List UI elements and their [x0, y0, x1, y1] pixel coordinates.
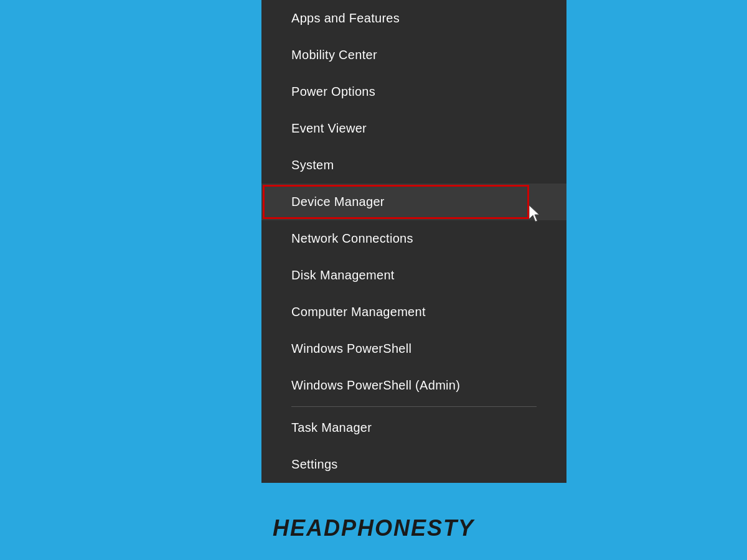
menu-item-windows-powershell-admin[interactable]: Windows PowerShell (Admin) [261, 367, 566, 404]
menu-item-label: Apps and Features [291, 11, 400, 25]
menu-item-label: Computer Management [291, 305, 426, 319]
menu-item-network-connections[interactable]: Network Connections [261, 220, 566, 257]
menu-item-label: Task Manager [291, 421, 372, 434]
menu-item-disk-management[interactable]: Disk Management [261, 257, 566, 294]
menu-item-label: Mobility Center [291, 48, 377, 62]
svg-marker-0 [529, 205, 539, 222]
menu-item-device-manager[interactable]: Device Manager [261, 184, 566, 220]
context-menu: Apps and Features Mobility Center Power … [261, 0, 566, 483]
menu-item-label: System [291, 158, 334, 172]
menu-item-label: Windows PowerShell (Admin) [291, 378, 460, 392]
menu-item-settings[interactable]: Settings [261, 446, 566, 483]
menu-item-event-viewer[interactable]: Event Viewer [261, 110, 566, 147]
menu-item-label: Power Options [291, 85, 375, 98]
menu-item-label: Device Manager [291, 195, 385, 208]
menu-item-task-manager[interactable]: Task Manager [261, 409, 566, 446]
page-wrapper: Apps and Features Mobility Center Power … [0, 0, 747, 560]
mouse-cursor [529, 205, 544, 224]
menu-item-computer-management[interactable]: Computer Management [261, 294, 566, 330]
menu-item-apps-and-features[interactable]: Apps and Features [261, 0, 566, 37]
menu-item-power-options[interactable]: Power Options [261, 73, 566, 110]
menu-item-windows-powershell[interactable]: Windows PowerShell [261, 330, 566, 367]
menu-item-label: Windows PowerShell [291, 342, 411, 355]
menu-divider [291, 406, 537, 407]
branding-text: HEADPHONESTY [273, 515, 474, 541]
menu-item-mobility-center[interactable]: Mobility Center [261, 37, 566, 73]
menu-item-label: Network Connections [291, 231, 413, 245]
menu-item-label: Event Viewer [291, 121, 367, 135]
menu-item-label: Settings [291, 457, 338, 471]
menu-item-label: Disk Management [291, 268, 395, 282]
menu-item-system[interactable]: System [261, 147, 566, 184]
